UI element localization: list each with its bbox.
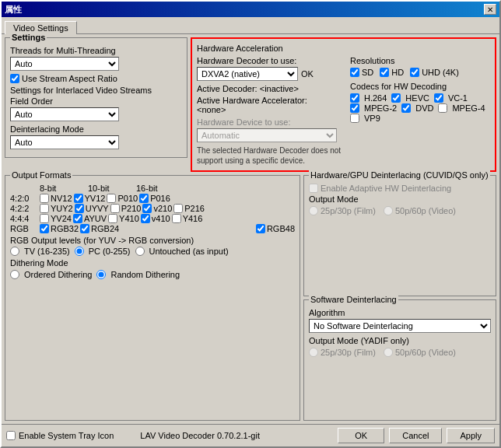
uyvy-checkbox[interactable] <box>75 204 84 213</box>
random-radio[interactable] <box>96 270 106 279</box>
output-formats-title: Output Formats <box>10 170 72 180</box>
p016-label: P016 <box>150 194 170 203</box>
algo-select[interactable]: No Software Deinterlacing <box>309 319 491 333</box>
sd-checkbox[interactable] <box>350 68 359 77</box>
yuy2-checkbox[interactable] <box>40 204 49 213</box>
row-rgb: RGB RGB32 RGB24 RGB48 <box>10 224 295 233</box>
adaptive-hw-checkbox[interactable] <box>309 184 318 193</box>
decoder-select[interactable]: DXVA2 (native) <box>197 67 298 81</box>
h264-checkbox[interactable] <box>350 93 359 103</box>
output-formats-box: Output Formats 8-bit 10-bit 16-bit 4:2:0… <box>5 175 300 421</box>
mpeg4-checkbox[interactable] <box>438 103 447 113</box>
decoder-label: Hardware Decoder to use: <box>197 56 344 65</box>
hd-label: HD <box>391 68 404 77</box>
col-name-header <box>10 184 40 193</box>
bottom-buttons: OK Cancel Apply <box>338 428 495 443</box>
field-order-wrapper: Auto <box>10 107 182 121</box>
stream-aspect-label: Use Stream Aspect Ratio <box>22 74 117 83</box>
nv12-checkbox[interactable] <box>40 194 49 203</box>
device-select[interactable]: Automatic <box>197 128 337 142</box>
sd-checkbox-row: SD <box>350 68 373 77</box>
rgb48-checkbox[interactable] <box>256 224 265 233</box>
row-420-label: 4:2:0 <box>10 194 38 203</box>
uhd-checkbox-row: UHD (4K) <box>410 68 459 77</box>
dithering-label: Dithering Mode <box>10 258 295 268</box>
film-radio-1[interactable] <box>309 206 318 215</box>
p016-checkbox[interactable] <box>139 194 149 203</box>
right-bottom-panels: Hardware/GPU Deinterlacing (CUVID/QS onl… <box>303 175 496 421</box>
y410-checkbox[interactable] <box>108 214 117 223</box>
dvd-checkbox[interactable] <box>401 103 411 113</box>
row-422-label: 4:2:2 <box>10 204 38 213</box>
mpeg2-checkbox[interactable] <box>350 103 359 113</box>
hevc-label: HEVC <box>405 93 429 103</box>
title-bar: 属性 ✕ <box>2 2 499 17</box>
rgb24-label: RGB24 <box>91 224 119 233</box>
col-10bit-header: 10-bit <box>88 184 136 193</box>
output-mode-label: Output Mode <box>309 194 491 204</box>
enable-tray-checkbox[interactable] <box>6 431 16 440</box>
stream-aspect-row: Use Stream Aspect Ratio <box>10 74 182 83</box>
vp9-checkbox[interactable] <box>350 114 359 123</box>
cancel-button[interactable]: Cancel <box>389 428 442 443</box>
film-radio-row: 25p/30p (Film) <box>309 206 376 215</box>
uyvy-label: UYVY <box>86 204 109 213</box>
close-button[interactable]: ✕ <box>484 4 496 15</box>
tv-radio[interactable] <box>10 247 19 256</box>
film-label-1: 25p/30p (Film) <box>321 206 376 215</box>
stream-aspect-checkbox[interactable] <box>10 74 19 83</box>
uhd-label: UHD (4K) <box>422 68 459 77</box>
y416-checkbox[interactable] <box>172 214 181 223</box>
yv12-label: YV12 <box>85 194 106 203</box>
sw-output-mode-label: Output Mode (YADIF only) <box>309 336 491 345</box>
yv24-label: YV24 <box>51 214 72 223</box>
row-422: 4:2:2 YUY2 UYVY P210 v210 P216 <box>10 204 295 213</box>
threads-select[interactable]: Auto <box>10 57 119 71</box>
rgb24-checkbox[interactable] <box>80 224 89 233</box>
apply-button[interactable]: Apply <box>447 428 495 443</box>
field-order-select[interactable]: Auto <box>10 107 119 121</box>
ordered-radio[interactable] <box>10 270 19 279</box>
sw-film-radio[interactable] <box>309 348 318 357</box>
rgb32-label: RGB32 <box>51 224 79 233</box>
ok-button[interactable]: OK <box>338 428 384 443</box>
hd-checkbox[interactable] <box>380 68 389 77</box>
tab-bar: Video Settings <box>2 17 499 33</box>
adaptive-hw-label: Enable Adaptive HW Deinterlacing <box>321 184 451 193</box>
pc-radio[interactable] <box>75 247 84 256</box>
col-16bit-header: 16-bit <box>136 184 184 193</box>
untouched-radio[interactable] <box>135 247 145 256</box>
ok-label: OK <box>301 69 314 79</box>
mpeg4-label: MPEG-4 <box>452 103 485 113</box>
interlaced-label: Settings for Interlaced Video Streams <box>10 86 182 95</box>
resolutions-title: Resolutions <box>350 56 490 65</box>
p210-checkbox[interactable] <box>110 204 120 213</box>
window-title: 属性 <box>5 4 22 16</box>
active-hw-label: Active Hardware Accelerator: <box>197 96 344 105</box>
v410-checkbox[interactable] <box>141 214 150 223</box>
p216-checkbox[interactable] <box>173 204 183 213</box>
resolutions-row: SD HD UHD (4K) <box>350 68 490 79</box>
decoder-wrapper: DXVA2 (native) OK <box>197 67 344 81</box>
dvd-label: DVD <box>415 103 433 113</box>
ayuv-checkbox[interactable] <box>73 214 82 223</box>
field-order-label: Field Order <box>10 96 182 106</box>
p010-checkbox[interactable] <box>107 194 116 203</box>
video-radio-1[interactable] <box>384 206 393 215</box>
hw-accel-box: Hardware Acceleration Hardware Decoder t… <box>191 37 496 172</box>
main-window: 属性 ✕ Video Settings Settings Threads for… <box>0 0 501 448</box>
v210-checkbox[interactable] <box>142 204 152 213</box>
yv24-checkbox[interactable] <box>40 214 49 223</box>
hevc-checkbox[interactable] <box>391 93 401 103</box>
vc1-checkbox[interactable] <box>434 93 443 103</box>
mpeg2-label: MPEG-2 <box>364 103 397 113</box>
yv12-checkbox[interactable] <box>74 194 83 203</box>
codecs-section: Codecs for HW Decoding H.264 HEVC VC-1 <box>350 82 490 123</box>
sw-video-radio[interactable] <box>384 348 393 357</box>
dithering-row: Ordered Dithering Random Dithering <box>10 270 295 279</box>
warn-text: The selected Hardware Decoder does not s… <box>197 145 344 166</box>
rgb32-checkbox[interactable] <box>40 224 49 233</box>
deinterlacing-select[interactable]: Auto <box>10 135 119 149</box>
uhd-checkbox[interactable] <box>410 68 419 77</box>
pc-label: PC (0-255) <box>89 247 131 256</box>
